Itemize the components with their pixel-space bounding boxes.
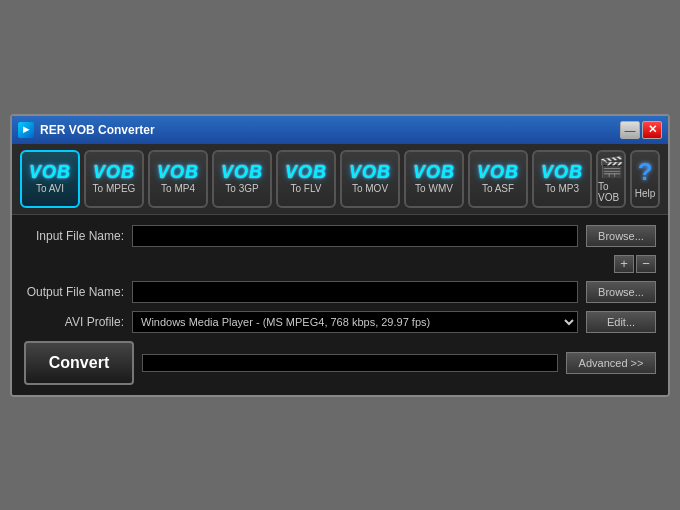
to-avi-button[interactable]: VOBTo AVI xyxy=(20,150,80,208)
title-bar: ▶ RER VOB Converter — ✕ xyxy=(12,116,668,144)
to-vob-label: To VOB xyxy=(598,181,624,203)
input-label: Input File Name: xyxy=(24,229,124,243)
output-label: Output File Name: xyxy=(24,285,124,299)
profile-select[interactable]: Windows Media Player - (MS MPEG4, 768 kb… xyxy=(132,311,578,333)
to-mp3-label: To MP3 xyxy=(545,183,579,194)
bottom-row: Convert Advanced >> xyxy=(24,341,656,385)
to-flv-button[interactable]: VOBTo FLV xyxy=(276,150,336,208)
progress-bar-container xyxy=(142,354,558,372)
to-mp3-vob-label: VOB xyxy=(541,163,583,181)
to-avi-vob-label: VOB xyxy=(29,163,71,181)
to-asf-label: To ASF xyxy=(482,183,514,194)
add-file-button[interactable]: + xyxy=(614,255,634,273)
profile-row: AVI Profile: Windows Media Player - (MS … xyxy=(24,311,656,333)
window-title: RER VOB Converter xyxy=(40,123,155,137)
to-3gp-button[interactable]: VOBTo 3GP xyxy=(212,150,272,208)
title-buttons: — ✕ xyxy=(620,121,662,139)
to-mp4-label: To MP4 xyxy=(161,183,195,194)
to-mpeg-label: To MPEG xyxy=(93,183,136,194)
minimize-button[interactable]: — xyxy=(620,121,640,139)
remove-file-button[interactable]: − xyxy=(636,255,656,273)
to-avi-label: To AVI xyxy=(36,183,64,194)
toolbar: VOBTo AVIVOBTo MPEGVOBTo MP4VOBTo 3GPVOB… xyxy=(12,144,668,215)
output-file-field[interactable] xyxy=(132,281,578,303)
main-window: ▶ RER VOB Converter — ✕ VOBTo AVIVOBTo M… xyxy=(10,114,670,397)
to-mov-vob-label: VOB xyxy=(349,163,391,181)
to-mp4-button[interactable]: VOBTo MP4 xyxy=(148,150,208,208)
help-label: Help xyxy=(635,188,656,199)
to-wmv-vob-label: VOB xyxy=(413,163,455,181)
to-wmv-button[interactable]: VOBTo WMV xyxy=(404,150,464,208)
app-icon: ▶ xyxy=(18,122,34,138)
output-browse-button[interactable]: Browse... xyxy=(586,281,656,303)
input-file-row: Input File Name: Browse... xyxy=(24,225,656,247)
close-button[interactable]: ✕ xyxy=(642,121,662,139)
to-mpeg-vob-label: VOB xyxy=(93,163,135,181)
to-mpeg-button[interactable]: VOBTo MPEG xyxy=(84,150,144,208)
to-mp3-button[interactable]: VOBTo MP3 xyxy=(532,150,592,208)
input-file-field[interactable] xyxy=(132,225,578,247)
content-area: Input File Name: Browse... + − Output Fi… xyxy=(12,215,668,395)
to-mov-button[interactable]: VOBTo MOV xyxy=(340,150,400,208)
to-asf-button[interactable]: VOBTo ASF xyxy=(468,150,528,208)
input-browse-button[interactable]: Browse... xyxy=(586,225,656,247)
to-flv-vob-label: VOB xyxy=(285,163,327,181)
profile-label: AVI Profile: xyxy=(24,315,124,329)
to-3gp-label: To 3GP xyxy=(225,183,258,194)
advanced-button[interactable]: Advanced >> xyxy=(566,352,656,374)
to-mov-label: To MOV xyxy=(352,183,388,194)
film-icon: 🎬 xyxy=(599,155,624,179)
convert-button[interactable]: Convert xyxy=(24,341,134,385)
add-remove-row: + − xyxy=(24,255,656,273)
output-file-row: Output File Name: Browse... xyxy=(24,281,656,303)
to-mp4-vob-label: VOB xyxy=(157,163,199,181)
edit-button[interactable]: Edit... xyxy=(586,311,656,333)
help-icon: ? xyxy=(638,158,653,186)
to-3gp-vob-label: VOB xyxy=(221,163,263,181)
title-bar-left: ▶ RER VOB Converter xyxy=(18,122,155,138)
to-asf-vob-label: VOB xyxy=(477,163,519,181)
to-flv-label: To FLV xyxy=(291,183,322,194)
to-vob-button[interactable]: 🎬 To VOB xyxy=(596,150,626,208)
help-button[interactable]: ? Help xyxy=(630,150,660,208)
to-wmv-label: To WMV xyxy=(415,183,453,194)
